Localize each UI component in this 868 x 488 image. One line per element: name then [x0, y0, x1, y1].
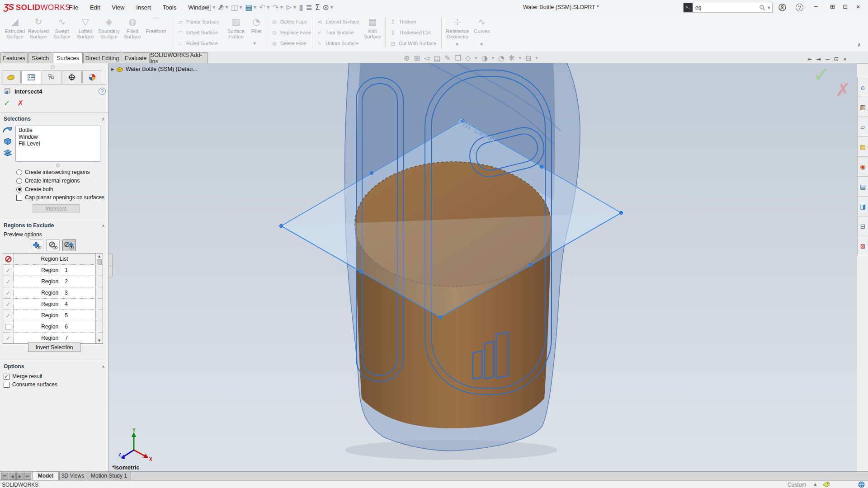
menu-tools[interactable]: Tools: [157, 2, 182, 13]
plane-selection-icon[interactable]: [3, 149, 13, 157]
thicken-button[interactable]: ↥Thicken: [389, 16, 436, 27]
dropdown-arrow-icon[interactable]: ▼: [240, 5, 242, 9]
region-row[interactable]: ✓Region2: [3, 276, 103, 287]
search-icon[interactable]: [759, 4, 766, 11]
display-style-icon[interactable]: ◑: [481, 54, 488, 62]
minimize-document-icon[interactable]: ─: [826, 56, 830, 62]
ruled-surface-button[interactable]: ⌓Ruled Surface: [176, 38, 219, 49]
intersect-button[interactable]: Intersect: [33, 204, 80, 213]
previous-window-icon[interactable]: ⇤: [807, 56, 812, 62]
menu-view[interactable]: View: [106, 2, 130, 13]
tab-display-manager[interactable]: [82, 70, 102, 84]
lofted-surface-button[interactable]: ▽Lofted Surface: [74, 16, 97, 50]
radio-create-internal-regions[interactable]: Create internal regions: [16, 178, 80, 184]
view-orientation-icon[interactable]: ◇: [465, 54, 471, 62]
dropdown-arrow-icon[interactable]: ▼: [535, 56, 538, 60]
tab-feature-manager[interactable]: [1, 70, 21, 84]
offset-surface-button[interactable]: ◠Offset Surface: [176, 27, 219, 38]
tab-sketch[interactable]: Sketch: [28, 52, 52, 63]
feature-tree-flyout[interactable]: ▶ Water Bottle (SSM) (Defau...: [111, 66, 198, 72]
boundary-surface-button[interactable]: ◈Boundary Surface: [98, 16, 120, 50]
options-gear-icon[interactable]: ⊛: [323, 3, 329, 12]
dropdown-arrow-icon[interactable]: ▼: [768, 6, 770, 10]
freeform-button[interactable]: ⌒Freeform: [145, 16, 167, 50]
close-document-icon[interactable]: ×: [843, 56, 847, 63]
filled-surface-button[interactable]: ◍Filled Surface: [121, 16, 144, 50]
tag-icon[interactable]: [823, 482, 830, 488]
expand-tree-icon[interactable]: ▶: [111, 67, 114, 71]
show-excluded-regions-button[interactable]: [46, 239, 60, 251]
pdm-vault-icon[interactable]: ⊟: [860, 223, 866, 230]
prev-tab-button[interactable]: ◀: [9, 473, 16, 480]
print-icon[interactable]: ▤: [245, 3, 252, 12]
unit-system-label[interactable]: Custom: [788, 482, 806, 488]
close-button[interactable]: ×: [856, 3, 860, 10]
edit-scene-icon[interactable]: ❋: [509, 54, 514, 62]
globe-status-icon[interactable]: [858, 481, 865, 488]
dropdown-arrow-icon[interactable]: ▼: [492, 56, 494, 60]
dropdown-arrow-icon[interactable]: ▼: [293, 5, 296, 9]
menu-insert[interactable]: Insert: [131, 2, 156, 13]
home-tab-icon[interactable]: ⌂: [861, 84, 865, 91]
delete-face-button[interactable]: ⊘Delete Face: [270, 16, 311, 27]
help-icon[interactable]: ?: [796, 4, 803, 11]
save-icon[interactable]: ◫: [231, 3, 238, 12]
radio-create-intersecting-regions[interactable]: Create intersecting regions: [16, 169, 90, 175]
tab-surfaces[interactable]: Surfaces: [53, 52, 83, 64]
search-box[interactable]: >_ eq ▼: [683, 3, 773, 13]
confirm-ok-button[interactable]: ✓: [813, 62, 830, 87]
panel-collapse-handle[interactable]: [51, 65, 55, 69]
radio-create-both[interactable]: Create both: [16, 186, 53, 192]
dropdown-arrow-icon[interactable]: ▼: [475, 56, 477, 60]
last-tab-button[interactable]: ⏭: [24, 473, 31, 480]
region-row[interactable]: ✓Region4: [3, 299, 103, 310]
dropdown-arrow-icon[interactable]: ▼: [225, 5, 228, 9]
file-properties-icon[interactable]: ≣: [306, 3, 312, 12]
dropdown-arrow-icon[interactable]: ▼: [480, 42, 483, 47]
region-checkbox-unchecked[interactable]: [5, 324, 11, 330]
checkbox-consume-surfaces[interactable]: Consume surfaces: [4, 381, 57, 388]
new-document-icon[interactable]: ▯: [207, 3, 211, 12]
menu-edit[interactable]: Edit: [85, 2, 105, 13]
annotations-icon[interactable]: ✎: [444, 54, 450, 62]
tab-evaluate[interactable]: Evaluate: [122, 52, 150, 63]
checkbox-merge-result[interactable]: Merge result: [4, 373, 42, 380]
graphics-viewport[interactable]: Fill Level: [108, 63, 857, 471]
restore-document-icon[interactable]: ⊡: [834, 56, 839, 62]
home-icon[interactable]: ⌂: [199, 3, 204, 12]
previous-view-icon[interactable]: ◅: [424, 54, 429, 62]
knit-surface-button[interactable]: ▦Knit Surface: [362, 16, 383, 50]
solid-body-selection-icon[interactable]: [3, 137, 13, 145]
collapse-ribbon-chevron-icon[interactable]: ∧: [857, 42, 861, 48]
dropdown-arrow-icon[interactable]: ▼: [519, 56, 521, 60]
trim-surface-button[interactable]: ⌿Trim Surface: [316, 27, 359, 38]
cut-with-surface-button[interactable]: ⊟Cut With Surface: [389, 38, 436, 49]
web-globe-icon[interactable]: ◉: [860, 163, 865, 170]
extruded-surface-button[interactable]: ◢Extruded Surface: [4, 16, 26, 50]
selection-item[interactable]: Fill Level: [19, 141, 100, 147]
invert-selection-button[interactable]: Invert Selection: [28, 343, 80, 352]
fillet-button[interactable]: ◔Fillet: [248, 16, 265, 50]
accept-button[interactable]: ✓: [4, 99, 10, 108]
tab-property-manager[interactable]: [21, 70, 41, 84]
collapse-chevron-icon[interactable]: ∧: [102, 117, 105, 122]
tab-model[interactable]: Model: [33, 472, 59, 480]
zoom-to-area-icon[interactable]: ⊞: [414, 54, 420, 62]
view-settings-icon[interactable]: ⊟: [525, 54, 531, 62]
scroll-down-icon[interactable]: ▼: [98, 339, 100, 343]
region-row[interactable]: Region6: [3, 321, 103, 333]
region-list-scrollbar[interactable]: ▲: [95, 253, 103, 264]
collapse-chevron-icon[interactable]: ∧: [102, 223, 105, 228]
design-library-books-icon[interactable]: ▥: [860, 103, 866, 111]
swept-surface-button[interactable]: ∿Swept Surface: [51, 16, 73, 50]
extend-surface-button[interactable]: ⊲Extend Surface: [316, 16, 359, 27]
confirm-cancel-button[interactable]: ✗: [835, 80, 851, 100]
dropdown-arrow-icon[interactable]: ▼: [280, 5, 283, 9]
cancel-button[interactable]: ✗: [17, 99, 24, 108]
menu-file[interactable]: File: [63, 2, 84, 13]
section-view-icon[interactable]: ▤: [434, 54, 440, 62]
layout-expand-button[interactable]: ⊞: [830, 3, 835, 10]
zoom-to-fit-icon[interactable]: ⊕: [404, 54, 410, 62]
region-row[interactable]: ✓Region3: [3, 287, 103, 299]
collapse-chevron-icon[interactable]: ∧: [102, 364, 105, 369]
